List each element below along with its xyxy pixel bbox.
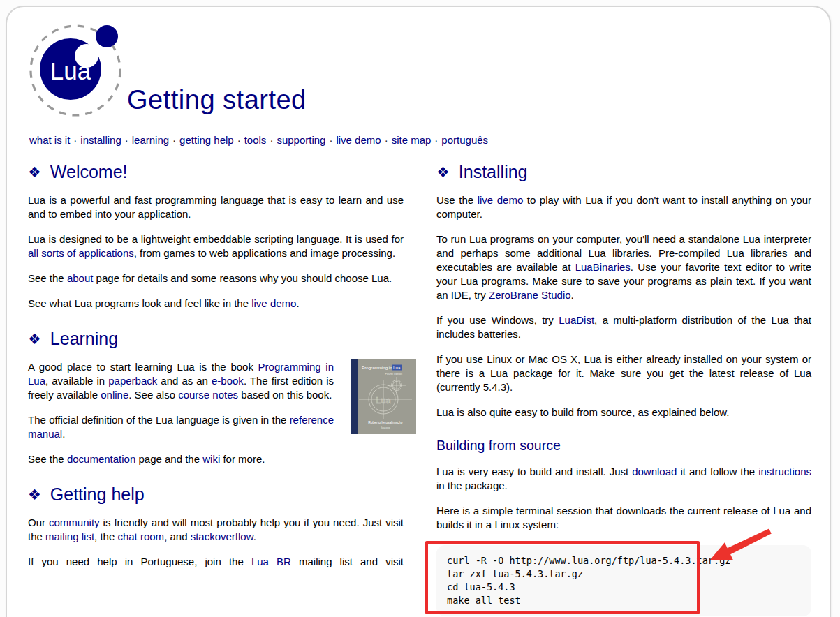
paragraph: The official definition of the Lua langu…	[28, 413, 404, 441]
inline-link[interactable]: stackoverflow	[191, 530, 253, 542]
paragraph: Lua is also quite easy to build from sou…	[436, 406, 811, 419]
diamond-icon: ❖	[28, 486, 41, 503]
logo-moon-circle	[96, 25, 118, 47]
section-heading-welcome: ❖Welcome!	[28, 162, 404, 182]
book-title-word: Lua	[393, 365, 401, 370]
book-edition: Fourth edition	[385, 372, 402, 376]
inline-link[interactable]: paperback	[108, 375, 157, 387]
inline-link[interactable]: all sorts of applications	[28, 247, 134, 259]
inline-link[interactable]: course notes	[178, 389, 238, 401]
nav-link-live-demo[interactable]: live demo	[336, 134, 381, 146]
logo-text: Lua	[50, 57, 91, 84]
heading-text: Learning	[50, 329, 118, 348]
svg-text:Lua: Lua	[376, 395, 391, 406]
inline-link[interactable]: community	[49, 516, 100, 528]
nav-link-installing[interactable]: installing	[80, 134, 121, 146]
nav-separator: ·	[325, 134, 336, 146]
top-navigation: what is it·installing·learning·getting h…	[29, 134, 488, 146]
nav-separator: ·	[266, 134, 277, 146]
nav-separator: ·	[121, 134, 132, 146]
inline-link[interactable]: mailing list	[45, 530, 94, 542]
inline-link[interactable]: chat room	[117, 530, 164, 542]
nav-link-what-is-it[interactable]: what is it	[29, 134, 70, 146]
page-title: Getting started	[127, 85, 307, 115]
paragraph: Our community is friendly and will most …	[28, 516, 404, 544]
heading-text: Getting help	[50, 484, 145, 504]
nav-link-site-map[interactable]: site map	[392, 134, 432, 146]
book-publisher: lua.org	[381, 426, 390, 429]
diamond-icon: ❖	[28, 331, 41, 347]
paragraph: See what Lua programs look and feel like…	[28, 297, 404, 311]
nav-separator: ·	[70, 134, 80, 146]
inline-link[interactable]: LuaBinaries	[575, 261, 631, 273]
inline-link[interactable]: download	[632, 466, 677, 477]
inline-link[interactable]: wiki	[202, 453, 220, 465]
paragraph: To run Lua programs on your computer, yo…	[436, 232, 811, 302]
inline-link[interactable]: instructions	[758, 466, 811, 477]
inline-link[interactable]: reference manual	[28, 414, 334, 440]
inline-link[interactable]: documentation	[67, 453, 135, 465]
paragraph: See the about page for details and some …	[28, 272, 404, 285]
lua-logo[interactable]: Lua	[27, 18, 131, 123]
heading-text: Installing	[459, 162, 528, 181]
inline-link[interactable]: Lua BR	[251, 556, 291, 567]
left-column: ❖Welcome! Lua is a powerful and fast pro…	[28, 158, 404, 580]
inline-link[interactable]: online	[101, 389, 128, 401]
inline-link[interactable]: live demo	[251, 297, 296, 309]
two-column-content: ❖Welcome! Lua is a powerful and fast pro…	[28, 158, 811, 616]
heading-text: Welcome!	[50, 162, 128, 181]
nav-link-português[interactable]: português	[441, 134, 488, 146]
paragraph: Here is a simple terminal session that d…	[436, 504, 811, 532]
book-author: Roberto Ierusalimschy	[368, 420, 403, 424]
inline-link[interactable]: ZeroBrane Studio	[489, 289, 571, 301]
nav-separator: ·	[381, 134, 392, 146]
section-heading-learning: ❖Learning	[28, 329, 404, 349]
paragraph: If you use Linux or Mac OS X, Lua is eit…	[436, 352, 811, 394]
nav-link-supporting[interactable]: supporting	[277, 134, 325, 146]
subheading-building-from-source: Building from source	[436, 438, 811, 454]
paragraph: A good place to start learning Lua is th…	[28, 360, 404, 402]
diamond-icon: ❖	[28, 164, 41, 180]
page-container: Lua Getting started what is it·installin…	[6, 6, 831, 617]
paragraph: Use the live demo to play with Lua if yo…	[436, 193, 811, 221]
inline-link[interactable]: e-book	[212, 375, 244, 387]
terminal-session-block: curl -R -O http://www.lua.org/ftp/lua-5.…	[436, 545, 811, 616]
nav-link-learning[interactable]: learning	[132, 134, 169, 146]
book-spine	[351, 359, 358, 434]
inline-link[interactable]: about	[67, 272, 94, 284]
paragraph: Lua is a powerful and fast programming l…	[28, 193, 404, 221]
book-cover-programming-in-lua[interactable]: Programming in Lua Fourth edition Lua	[351, 359, 416, 434]
diamond-icon: ❖	[436, 164, 450, 180]
paragraph: Lua is very easy to build and install. J…	[436, 465, 811, 493]
inline-link[interactable]: Programming in Lua	[28, 361, 334, 387]
section-heading-getting-help: ❖Getting help	[28, 484, 404, 505]
book-title-prefix: Programming in	[362, 365, 392, 370]
nav-separator: ·	[169, 134, 179, 146]
nav-separator: ·	[431, 134, 441, 146]
nav-link-tools[interactable]: tools	[244, 134, 267, 146]
nav-separator: ·	[234, 134, 244, 146]
inline-link[interactable]: LuaDist	[559, 314, 594, 326]
right-column: ❖Installing Use the live demo to play wi…	[436, 158, 811, 616]
paragraph: If you need help in Portuguese, join the…	[28, 555, 404, 569]
terminal-code: curl -R -O http://www.lua.org/ftp/lua-5.…	[436, 545, 811, 616]
paragraph: See the documentation page and the wiki …	[28, 452, 404, 466]
section-heading-installing: ❖Installing	[436, 162, 811, 182]
paragraph: If you use Windows, try LuaDist, a multi…	[436, 313, 811, 341]
inline-link[interactable]: live demo	[478, 194, 524, 206]
paragraph: Lua is designed to be a lightweight embe…	[28, 232, 404, 260]
nav-link-getting-help[interactable]: getting help	[179, 134, 234, 146]
